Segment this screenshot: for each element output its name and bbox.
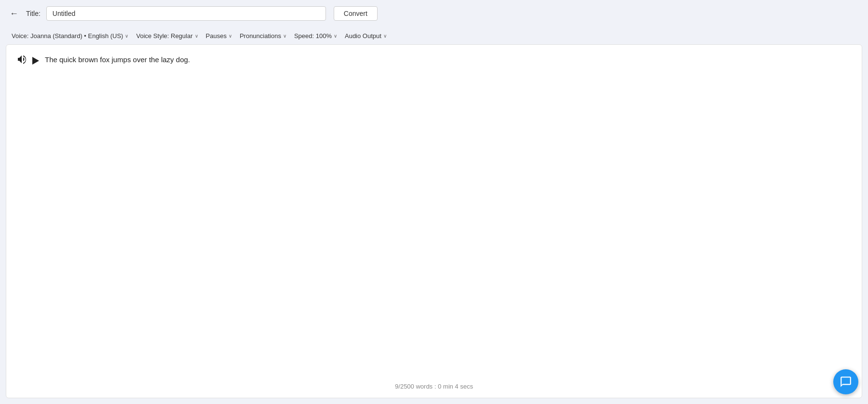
audio-output-chevron: ∨ bbox=[383, 33, 387, 39]
voice-label: Voice: Joanna (Standard) • English (US) bbox=[12, 32, 123, 40]
audio-output-selector[interactable]: Audio Output ∨ bbox=[341, 30, 391, 41]
pronunciations-chevron: ∨ bbox=[283, 33, 286, 39]
play-button[interactable] bbox=[32, 57, 39, 65]
editor-text[interactable]: The quick brown fox jumps over the lazy … bbox=[45, 54, 190, 66]
text-area: The quick brown fox jumps over the lazy … bbox=[6, 45, 862, 76]
speed-chevron: ∨ bbox=[334, 33, 337, 39]
pronunciations-selector[interactable]: Pronunciations ∨ bbox=[236, 30, 290, 41]
text-controls bbox=[18, 54, 39, 67]
word-count: 9/2500 words : 0 min 4 secs bbox=[395, 383, 473, 390]
title-label: Title: bbox=[26, 10, 41, 17]
audio-output-label: Audio Output bbox=[345, 32, 381, 40]
pronunciations-label: Pronunciations bbox=[240, 32, 281, 40]
voice-chevron: ∨ bbox=[125, 33, 128, 39]
title-input[interactable] bbox=[46, 6, 326, 21]
voice-style-selector[interactable]: Voice Style: Regular ∨ bbox=[132, 30, 202, 41]
chat-button[interactable] bbox=[833, 369, 858, 394]
pauses-selector[interactable]: Pauses ∨ bbox=[202, 30, 236, 41]
convert-button[interactable]: Convert bbox=[334, 6, 378, 21]
top-bar: ← Title: Convert bbox=[0, 0, 868, 27]
toolbar: Voice: Joanna (Standard) • English (US) … bbox=[0, 27, 868, 44]
pauses-label: Pauses bbox=[206, 32, 227, 40]
speaker-icon[interactable] bbox=[18, 54, 28, 67]
back-button[interactable]: ← bbox=[8, 7, 20, 21]
speed-label: Speed: 100% bbox=[294, 32, 332, 40]
speed-selector[interactable]: Speed: 100% ∨ bbox=[290, 30, 341, 41]
voice-style-label: Voice Style: Regular bbox=[136, 32, 192, 40]
pauses-chevron: ∨ bbox=[229, 33, 232, 39]
voice-style-chevron: ∨ bbox=[195, 33, 198, 39]
voice-selector[interactable]: Voice: Joanna (Standard) • English (US) … bbox=[8, 30, 132, 41]
editor-area: The quick brown fox jumps over the lazy … bbox=[6, 44, 862, 398]
